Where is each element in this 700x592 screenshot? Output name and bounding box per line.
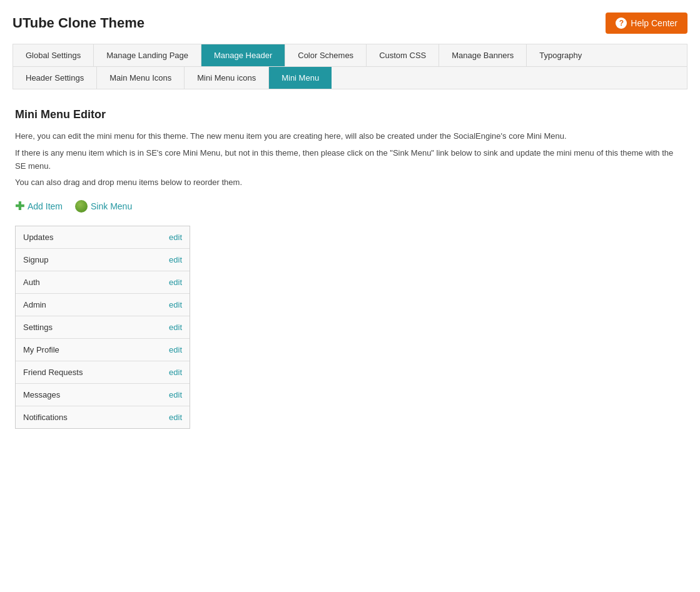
action-bar: ✚ Add Item Sink Menu <box>15 199 685 213</box>
sink-menu-label: Sink Menu <box>91 201 132 211</box>
add-item-link[interactable]: ✚ Add Item <box>15 199 63 213</box>
help-icon: ? <box>616 18 627 29</box>
tab-typography[interactable]: Typography <box>527 44 594 66</box>
menu-item-label: Updates <box>23 233 53 242</box>
tab-manage-banners[interactable]: Manage Banners <box>439 44 527 66</box>
menu-item-edit-settings[interactable]: edit <box>169 323 182 332</box>
menu-item-label: My Profile <box>23 345 59 354</box>
menu-item-admin[interactable]: Admin edit <box>16 294 190 316</box>
menu-item-edit-messages[interactable]: edit <box>169 390 182 399</box>
menu-item-friend-requests[interactable]: Friend Requests edit <box>16 361 190 384</box>
menu-item-label: Admin <box>23 300 46 309</box>
menu-item-label: Messages <box>23 390 60 399</box>
tab-global-settings[interactable]: Global Settings <box>13 44 94 66</box>
description-2: If there is any menu item which is in SE… <box>15 147 685 173</box>
menu-item-notifications[interactable]: Notifications edit <box>16 406 190 428</box>
menu-item-edit-notifications[interactable]: edit <box>169 413 182 422</box>
menu-item-label: Signup <box>23 255 48 264</box>
menu-item-edit-my-profile[interactable]: edit <box>169 345 182 354</box>
sink-menu-icon <box>75 200 88 213</box>
tab-mini-menu[interactable]: Mini Menu <box>269 67 332 89</box>
description-1: Here, you can edit the mini menu for thi… <box>15 130 685 143</box>
help-button-label: Help Center <box>631 18 677 28</box>
menu-item-settings[interactable]: Settings edit <box>16 316 190 339</box>
menu-item-label: Friend Requests <box>23 368 83 377</box>
menu-item-auth[interactable]: Auth edit <box>16 271 190 294</box>
page-wrapper: UTube Clone Theme ? Help Center Global S… <box>0 0 700 592</box>
tab-manage-landing-page[interactable]: Manage Landing Page <box>94 44 201 66</box>
menu-item-edit-admin[interactable]: edit <box>169 300 182 309</box>
tab-main-menu-icons[interactable]: Main Menu Icons <box>97 67 185 89</box>
tab-custom-css[interactable]: Custom CSS <box>367 44 439 66</box>
help-center-button[interactable]: ? Help Center <box>606 13 687 34</box>
menu-item-edit-auth[interactable]: edit <box>169 278 182 287</box>
tab-mini-menu-icons[interactable]: Mini Menu icons <box>185 67 269 89</box>
top-bar: UTube Clone Theme ? Help Center <box>13 13 687 34</box>
menu-item-messages[interactable]: Messages edit <box>16 384 190 406</box>
tab-header-settings[interactable]: Header Settings <box>13 67 97 89</box>
tab-manage-header[interactable]: Manage Header <box>201 44 285 66</box>
add-icon: ✚ <box>15 199 24 213</box>
menu-item-my-profile[interactable]: My Profile edit <box>16 339 190 361</box>
menu-item-label: Settings <box>23 323 53 332</box>
description-3: You can also drag and drop menu items be… <box>15 176 685 189</box>
menu-item-label: Notifications <box>23 413 68 422</box>
menu-item-signup[interactable]: Signup edit <box>16 249 190 271</box>
menu-item-edit-signup[interactable]: edit <box>169 255 182 264</box>
sink-menu-link[interactable]: Sink Menu <box>75 200 132 213</box>
app-title: UTube Clone Theme <box>13 15 145 31</box>
menu-item-label: Auth <box>23 278 40 287</box>
menu-list: Updates edit Signup edit Auth edit Admin… <box>15 226 190 429</box>
content-area: Mini Menu Editor Here, you can edit the … <box>13 102 687 435</box>
menu-item-updates[interactable]: Updates edit <box>16 226 190 249</box>
menu-item-edit-friend-requests[interactable]: edit <box>169 368 182 377</box>
primary-tabs: Global Settings Manage Landing Page Mana… <box>13 44 687 66</box>
add-item-label: Add Item <box>28 201 63 211</box>
menu-item-edit-updates[interactable]: edit <box>169 233 182 242</box>
tab-color-schemes[interactable]: Color Schemes <box>285 44 367 66</box>
secondary-tabs: Header Settings Main Menu Icons Mini Men… <box>13 66 687 89</box>
section-title: Mini Menu Editor <box>15 108 685 121</box>
